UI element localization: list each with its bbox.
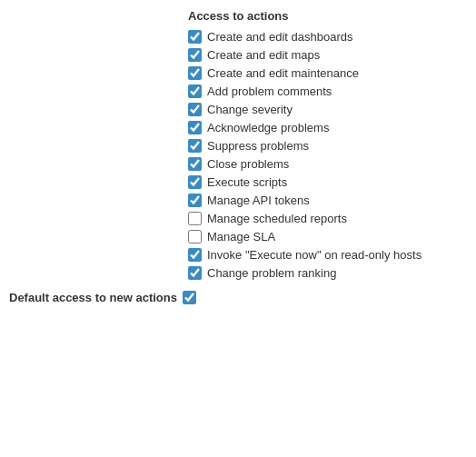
access-item: Manage scheduled reports (188, 212, 476, 225)
label-change-severity[interactable]: Change severity (207, 103, 293, 116)
access-item: Create and edit dashboards (188, 30, 476, 44)
checkbox-acknowledge-problems[interactable] (188, 121, 202, 134)
label-create-edit-dashboards[interactable]: Create and edit dashboards (207, 30, 352, 44)
checkbox-manage-sla[interactable] (188, 230, 202, 243)
access-item: Change severity (188, 103, 476, 116)
access-item: Acknowledge problems (188, 121, 476, 134)
checkbox-create-edit-maintenance[interactable] (188, 66, 202, 80)
label-execute-scripts[interactable]: Execute scripts (207, 175, 287, 189)
checkbox-create-edit-maps[interactable] (188, 48, 202, 62)
label-add-problem-comments[interactable]: Add problem comments (207, 84, 332, 98)
checkbox-invoke-execute-now[interactable] (188, 248, 202, 262)
default-access-row: Default access to new actions (0, 291, 476, 304)
label-manage-scheduled-reports[interactable]: Manage scheduled reports (207, 212, 347, 225)
label-acknowledge-problems[interactable]: Acknowledge problems (207, 121, 329, 134)
access-item: Create and edit maps (188, 48, 476, 62)
checkbox-add-problem-comments[interactable] (188, 84, 202, 98)
access-item: Manage API tokens (188, 194, 476, 207)
checkbox-execute-scripts[interactable] (188, 175, 202, 189)
access-item: Change problem ranking (188, 266, 476, 280)
default-access-label: Default access to new actions (0, 291, 177, 304)
checkbox-change-problem-ranking[interactable] (188, 266, 202, 280)
access-item: Manage SLA (188, 230, 476, 243)
access-item: Add problem comments (188, 84, 476, 98)
label-suppress-problems[interactable]: Suppress problems (207, 139, 309, 153)
label-change-problem-ranking[interactable]: Change problem ranking (207, 266, 336, 280)
checkbox-manage-scheduled-reports[interactable] (188, 212, 202, 225)
access-item: Create and edit maintenance (188, 66, 476, 80)
label-close-problems[interactable]: Close problems (207, 157, 289, 171)
section-title: Access to actions (0, 9, 476, 23)
checkbox-close-problems[interactable] (188, 157, 202, 171)
label-manage-api-tokens[interactable]: Manage API tokens (207, 194, 310, 207)
label-create-edit-maps[interactable]: Create and edit maps (207, 48, 320, 62)
checkbox-create-edit-dashboards[interactable] (188, 30, 202, 44)
label-create-edit-maintenance[interactable]: Create and edit maintenance (207, 66, 359, 80)
access-item: Close problems (188, 157, 476, 171)
access-item: Execute scripts (188, 175, 476, 189)
access-item: Invoke "Execute now" on read-only hosts (188, 248, 476, 262)
label-manage-sla[interactable]: Manage SLA (207, 230, 275, 243)
default-access-checkbox[interactable] (183, 291, 196, 304)
access-list: Create and edit dashboardsCreate and edi… (0, 30, 476, 280)
checkbox-manage-api-tokens[interactable] (188, 194, 202, 207)
label-invoke-execute-now[interactable]: Invoke "Execute now" on read-only hosts (207, 248, 421, 262)
checkbox-change-severity[interactable] (188, 103, 202, 116)
checkbox-suppress-problems[interactable] (188, 139, 202, 153)
access-item: Suppress problems (188, 139, 476, 153)
